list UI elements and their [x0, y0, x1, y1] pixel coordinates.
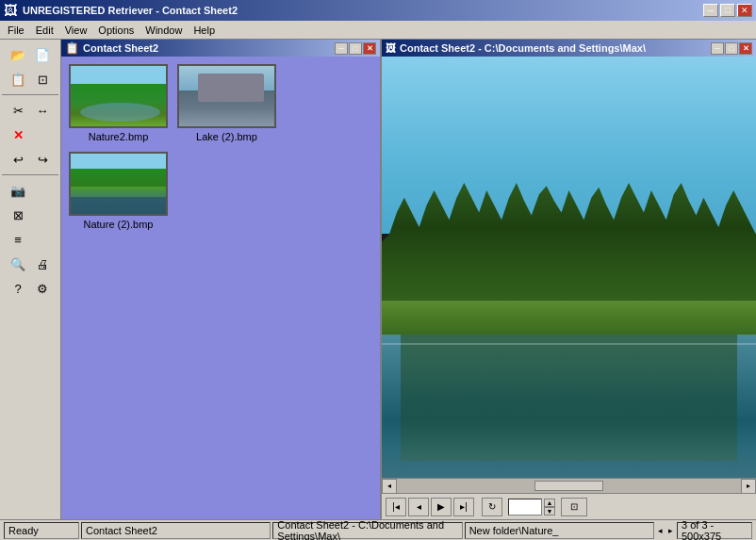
nav-prev-button[interactable]: ◂ — [408, 498, 429, 516]
resize-icon[interactable]: ↔ — [31, 99, 54, 122]
status-count: 3 of 3 - 500x375 — [677, 522, 752, 539]
print-icon[interactable]: 🖨 — [31, 253, 54, 275]
contact-sheet-panel: Nature2.bmp Lake (2).bmp Nature (2).bmp — [61, 57, 380, 519]
right-panel: 🖼 Contact Sheet2 - C:\Documents and Sett… — [382, 40, 756, 519]
title-left: 🖼 UNREGISTERED Retriever - Contact Sheet… — [4, 3, 238, 18]
nav-next-button[interactable]: ▸| — [453, 498, 474, 516]
menu-view[interactable]: View — [59, 23, 93, 38]
minimize-button[interactable]: ─ — [703, 4, 718, 17]
blank-icon — [31, 123, 54, 146]
thumb-image-nature2 — [69, 64, 168, 128]
thumb-image-lake2 — [177, 64, 276, 128]
panel-title-left: 📋 Contact Sheet2 — [65, 41, 158, 55]
panel-minimize-button[interactable]: ─ — [335, 42, 348, 55]
blank4-icon — [31, 228, 54, 251]
paste-icon[interactable]: 📋 — [7, 68, 29, 90]
scroll-track[interactable] — [397, 479, 741, 493]
bottom-toolbar: |◂ ◂ ▶ ▸| ↻ 300 ▲ ▼ ⊡ — [382, 493, 756, 519]
content-area: 📋 Contact Sheet2 ─ □ ✕ Nature2.bmp — [61, 40, 756, 519]
thumb-label-nature2b: Nature (2).bmp — [84, 219, 154, 230]
app-title: UNREGISTERED Retriever - Contact Sheet2 — [23, 5, 238, 16]
copy-icon[interactable]: ⊡ — [31, 68, 54, 90]
right-close-button[interactable]: ✕ — [739, 42, 752, 55]
panel-maximize-button[interactable]: □ — [349, 42, 362, 55]
scissors-icon[interactable]: ✂ — [7, 99, 29, 122]
right-maximize-button[interactable]: □ — [725, 42, 738, 55]
left-toolbar: 📂 📄 📋 ⊡ ✂ ↔ ✕ ↩ ↪ 📷 ⊠ ≡ — [0, 40, 61, 519]
main-image — [382, 57, 756, 478]
zoom-spinner: ▲ ▼ — [544, 499, 555, 515]
horizontal-scrollbar[interactable]: ◂ ▸ — [382, 478, 756, 493]
fit-window-button[interactable]: ⊡ — [561, 498, 587, 516]
panel-close-button[interactable]: ✕ — [363, 42, 376, 55]
thumb-label-lake2: Lake (2).bmp — [196, 131, 257, 142]
status-ready: Ready — [4, 522, 79, 539]
right-panel-titlebar: 🖼 Contact Sheet2 - C:\Documents and Sett… — [382, 40, 756, 57]
scroll-left-button[interactable]: ◂ — [382, 479, 397, 494]
thumbnail-nature2b[interactable]: Nature (2).bmp — [69, 152, 168, 230]
settings-icon[interactable]: ⚙ — [31, 277, 54, 300]
right-title-left: 🖼 Contact Sheet2 - C:\Documents and Sett… — [386, 42, 646, 54]
thumb-label-nature2: Nature2.bmp — [89, 131, 149, 142]
panel-buttons: ─ □ ✕ — [335, 42, 376, 55]
list-icon[interactable]: ≡ — [7, 228, 29, 251]
status-tab-sheet1[interactable]: Contact Sheet2 — [81, 522, 271, 539]
water-reflection — [401, 335, 737, 461]
main-title-bar: 🖼 UNREGISTERED Retriever - Contact Sheet… — [0, 0, 756, 21]
left-panel-title: Contact Sheet2 — [83, 42, 158, 54]
ground-layer — [382, 301, 756, 335]
delete-icon[interactable]: ✕ — [7, 123, 29, 146]
left-panel-titlebar: 📋 Contact Sheet2 ─ □ ✕ — [61, 40, 380, 57]
menu-bar: File Edit View Options Window Help — [0, 21, 756, 40]
document-new-icon[interactable]: 📄 — [31, 43, 54, 66]
status-nav-back[interactable]: ◂ — [656, 526, 665, 535]
menu-edit[interactable]: Edit — [30, 23, 59, 38]
panel-icon: 📋 — [65, 41, 79, 55]
scroll-right-button[interactable]: ▸ — [741, 479, 756, 494]
undo-icon[interactable]: ↩ — [7, 148, 29, 171]
app-icon: 🖼 — [4, 3, 17, 18]
close-button[interactable]: ✕ — [737, 4, 752, 17]
menu-file[interactable]: File — [2, 23, 30, 38]
status-bar: Ready Contact Sheet2 Contact Sheet2 - C:… — [0, 519, 756, 540]
zoom-up-button[interactable]: ▲ — [544, 499, 555, 507]
status-nav-forward[interactable]: ▸ — [666, 526, 675, 535]
search-icon[interactable]: 🔍 — [7, 253, 29, 275]
folder-open-icon[interactable]: 📂 — [7, 43, 29, 66]
water-highlight — [382, 343, 756, 345]
resize2-icon[interactable]: ⊠ — [7, 204, 29, 226]
zoom-input[interactable]: 300 — [508, 499, 542, 515]
thumbnail-lake2[interactable]: Lake (2).bmp — [177, 64, 276, 142]
menu-options[interactable]: Options — [92, 23, 140, 38]
camera-icon[interactable]: 📷 — [7, 179, 29, 202]
nav-play-button[interactable]: ▶ — [431, 498, 452, 516]
thumbnail-nature2[interactable]: Nature2.bmp — [69, 64, 168, 142]
nav-rotate-button[interactable]: ↻ — [482, 498, 502, 516]
right-panel-title: Contact Sheet2 - C:\Documents and Settin… — [400, 42, 646, 54]
status-nav: ◂ ▸ — [656, 522, 675, 539]
main-area: 📂 📄 📋 ⊡ ✂ ↔ ✕ ↩ ↪ 📷 ⊠ ≡ — [0, 40, 756, 519]
right-minimize-button[interactable]: ─ — [711, 42, 724, 55]
status-tab-sheet2[interactable]: Contact Sheet2 - C:\Documents and Settin… — [272, 522, 462, 539]
zoom-down-button[interactable]: ▼ — [544, 507, 555, 515]
image-display-area[interactable] — [382, 57, 756, 478]
blank2-icon — [31, 179, 54, 202]
thumb-image-nature2b — [69, 152, 168, 216]
scroll-thumb[interactable] — [534, 481, 603, 491]
right-panel-buttons: ─ □ ✕ — [711, 42, 752, 55]
redo-icon[interactable]: ↪ — [31, 148, 54, 171]
title-buttons: ─ □ ✕ — [703, 4, 752, 17]
nav-first-button[interactable]: |◂ — [386, 498, 406, 516]
right-panel-icon: 🖼 — [386, 42, 396, 54]
maximize-button[interactable]: □ — [720, 4, 735, 17]
menu-window[interactable]: Window — [140, 23, 188, 38]
menu-help[interactable]: Help — [188, 23, 221, 38]
status-folder: New folder\Nature_ — [465, 522, 654, 539]
left-panel: 📋 Contact Sheet2 ─ □ ✕ Nature2.bmp — [61, 40, 382, 519]
blank3-icon — [31, 204, 54, 226]
help-icon[interactable]: ? — [7, 277, 29, 300]
